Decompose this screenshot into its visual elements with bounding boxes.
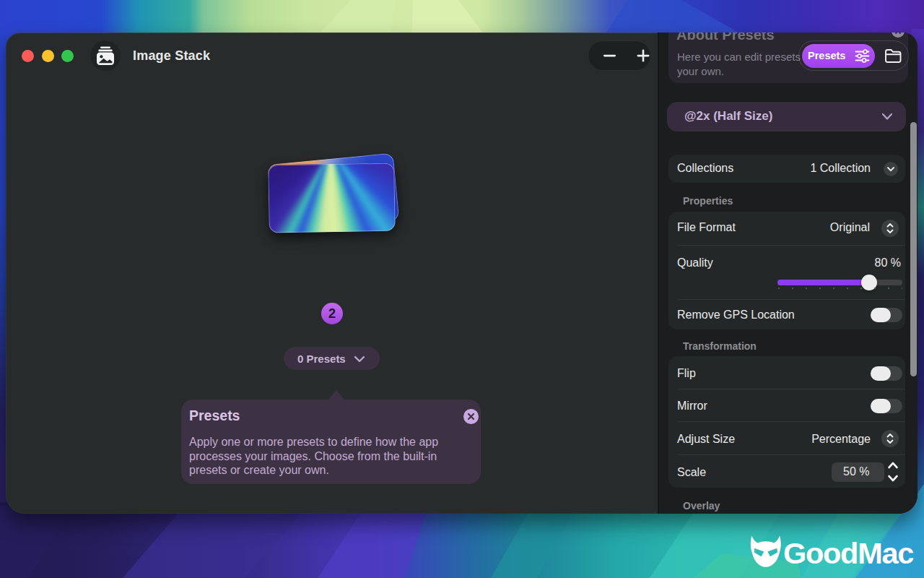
svg-text:GoodMac: GoodMac	[783, 536, 913, 570]
